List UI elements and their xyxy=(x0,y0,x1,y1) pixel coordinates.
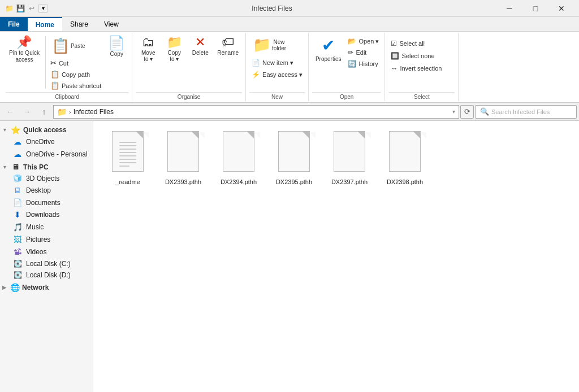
sidebar-item-desktop[interactable]: 🖥 Desktop xyxy=(0,184,93,197)
file-item-readme[interactable]: _readme xyxy=(102,128,153,189)
copy-button[interactable]: 📄 Copy xyxy=(105,34,128,59)
sidebar-item-quick-access[interactable]: ▼ ⭐ Quick access xyxy=(0,123,93,136)
sidebar-item-local-d[interactable]: 💽 Local Disk (D:) xyxy=(0,269,93,281)
address-dropdown[interactable]: ▾ xyxy=(452,108,455,115)
file-corner-inner xyxy=(198,132,205,138)
main-area: ▼ ⭐ Quick access ☁ OneDrive ☁ OneDrive -… xyxy=(0,121,579,392)
sidebar-item-local-c[interactable]: 💽 Local Disk (C:) xyxy=(0,258,93,269)
edit-button[interactable]: ✏ Edit xyxy=(345,47,381,58)
paste-shortcut-button[interactable]: 📋 Paste shortcut xyxy=(48,80,103,91)
sidebar-item-network[interactable]: ▶ 🌐 Network xyxy=(0,281,93,293)
3d-objects-icon: 🧊 xyxy=(12,174,23,182)
forward-button[interactable]: → xyxy=(19,104,35,120)
address-folder-icon: 📁 xyxy=(57,107,67,116)
new-item-button[interactable]: 📄 New item ▾ xyxy=(249,58,305,68)
file-page xyxy=(112,131,144,172)
select-group: ☑ Select all 🔲 Select none ↔ Invert sele… xyxy=(385,33,459,101)
file-corner-inner xyxy=(254,132,260,138)
address-bar: ← → ↑ 📁 › Infected Files ▾ ⟳ 🔍 Search In… xyxy=(0,103,579,121)
organise-buttons: 🗂 Moveto ▾ 📁 Copyto ▾ ✕ Delete 🏷 Rename xyxy=(136,34,242,91)
line8 xyxy=(119,165,129,167)
up-button[interactable]: ↑ xyxy=(36,104,52,120)
file-item-dx2397[interactable]: DX2397.pthh xyxy=(324,128,375,189)
undo-icon[interactable]: ↩ xyxy=(27,4,36,13)
sidebar-item-videos[interactable]: 📽 Videos xyxy=(0,246,93,258)
title-bar-icons: 📁 💾 ↩ ▾ xyxy=(5,4,47,13)
onedrive-icon: ☁ xyxy=(12,137,23,146)
sidebar-item-pictures[interactable]: 🖼 Pictures xyxy=(0,233,93,246)
onedrive-personal-icon: ☁ xyxy=(12,150,23,159)
back-button[interactable]: ← xyxy=(2,104,18,120)
copy-to-button[interactable]: 📁 Copyto ▾ xyxy=(162,34,187,64)
cut-button[interactable]: ✂ Cut xyxy=(48,58,103,68)
organise-label: Organise xyxy=(136,92,242,100)
line6 xyxy=(119,159,136,160)
open-group: ✔ Properties 📂 Open ▾ ✏ Edit 🔄 History O… xyxy=(309,33,386,101)
file-icon-dx2393 xyxy=(165,131,201,176)
sidebar-item-this-pc[interactable]: ▼ 🖥 This PC xyxy=(0,160,93,172)
properties-button[interactable]: ✔ Properties xyxy=(312,34,345,64)
file-item-dx2394[interactable]: DX2394.pthh xyxy=(213,128,264,189)
new-folder-button[interactable]: 📁 Newfolder xyxy=(249,34,305,56)
refresh-button[interactable]: ⟳ xyxy=(460,105,474,119)
copy-path-icon: 📋 xyxy=(50,70,59,79)
search-icon: 🔍 xyxy=(480,107,489,116)
sidebar-item-documents[interactable]: 📄 Documents xyxy=(0,197,93,208)
paste-button[interactable]: 📋 Paste xyxy=(48,35,103,57)
invert-selection-button[interactable]: ↔ Invert selection xyxy=(388,63,444,73)
app-icon: 📁 xyxy=(5,4,14,13)
file-corner-inner xyxy=(309,132,316,138)
file-item-dx2398[interactable]: DX2398.pthh xyxy=(379,128,430,189)
move-icon: 🗂 xyxy=(142,36,154,49)
search-placeholder: Search Infected Files xyxy=(491,108,550,115)
open-button[interactable]: 📂 Open ▾ xyxy=(345,36,381,46)
videos-icon: 📽 xyxy=(12,247,23,256)
maximize-button[interactable]: □ xyxy=(522,0,548,17)
select-none-button[interactable]: 🔲 Select none xyxy=(388,51,444,61)
pin-to-quick-access-button[interactable]: 📌 Pin to Quick access xyxy=(6,34,43,66)
sidebar-item-downloads[interactable]: ⬇ Downloads xyxy=(0,208,93,221)
minimize-button[interactable]: ─ xyxy=(496,0,522,17)
easy-access-button[interactable]: ⚡ Easy access ▾ xyxy=(249,69,305,80)
rename-button[interactable]: 🏷 Rename xyxy=(214,34,242,58)
sidebar-item-music[interactable]: 🎵 Music xyxy=(0,221,93,233)
network-label: Network xyxy=(22,284,49,291)
line5 xyxy=(119,155,136,156)
select-label: Select xyxy=(388,92,455,100)
tab-file[interactable]: File xyxy=(0,17,28,31)
tab-view[interactable]: View xyxy=(96,17,127,31)
tab-share[interactable]: Share xyxy=(62,17,96,31)
select-all-button[interactable]: ☑ Select all xyxy=(388,38,444,49)
sidebar-item-onedrive-personal[interactable]: ☁ OneDrive - Personal xyxy=(0,148,93,160)
open-label: Open xyxy=(312,92,382,100)
open-buttons: ✔ Properties 📂 Open ▾ ✏ Edit 🔄 History xyxy=(312,34,382,91)
music-icon: 🎵 xyxy=(12,223,23,232)
address-input[interactable]: 📁 › Infected Files ▾ xyxy=(53,105,459,119)
file-item-dx2395[interactable]: DX2395.pthh xyxy=(269,128,319,189)
clipboard-label: Clipboard xyxy=(6,92,128,100)
copy-to-icon: 📁 xyxy=(167,36,182,49)
file-item-dx2393[interactable]: DX2393.pthh xyxy=(158,128,209,189)
local-d-label: Local Disk (D:) xyxy=(26,271,71,279)
sidebar-item-3d-objects[interactable]: 🧊 3D Objects xyxy=(0,172,93,184)
pictures-icon: 🖼 xyxy=(12,235,23,244)
close-button[interactable]: ✕ xyxy=(548,0,574,17)
file-icon-dx2398 xyxy=(387,131,423,176)
save-icon[interactable]: 💾 xyxy=(16,4,25,13)
file-name-dx2395: DX2395.pthh xyxy=(276,178,312,185)
downloads-icon: ⬇ xyxy=(12,210,23,219)
local-d-icon: 💽 xyxy=(12,271,23,279)
sidebar-item-onedrive[interactable]: ☁ OneDrive xyxy=(0,136,93,148)
more-icon[interactable]: ▾ xyxy=(38,4,47,13)
move-to-button[interactable]: 🗂 Moveto ▾ xyxy=(136,34,161,64)
3d-objects-label: 3D Objects xyxy=(26,175,59,182)
search-box[interactable]: 🔍 Search Infected Files xyxy=(475,105,577,119)
file-page xyxy=(167,131,199,172)
delete-button[interactable]: ✕ Delete xyxy=(188,34,213,58)
new-folder-icon: 📁 xyxy=(253,36,271,54)
cut-icon: ✂ xyxy=(50,59,57,67)
tab-home[interactable]: Home xyxy=(28,17,62,31)
file-corner-inner xyxy=(365,132,371,138)
history-button[interactable]: 🔄 History xyxy=(345,59,381,69)
copy-path-button[interactable]: 📋 Copy path xyxy=(48,69,103,80)
